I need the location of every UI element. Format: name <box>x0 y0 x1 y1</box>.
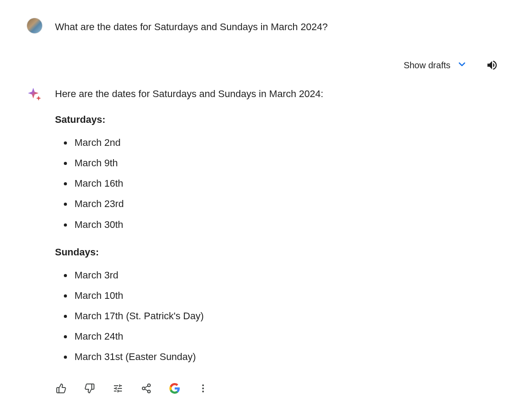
svg-point-5 <box>202 384 204 386</box>
assistant-response: Here are the dates for Saturdays and Sun… <box>55 86 505 395</box>
section-heading-sundays: Sundays: <box>55 245 505 260</box>
list-item: March 24th <box>73 329 505 344</box>
thumbs-down-icon <box>84 383 95 394</box>
list-item: March 23rd <box>73 196 505 211</box>
sundays-list: March 3rd March 10th March 17th (St. Pat… <box>55 268 505 364</box>
list-item: March 17th (St. Patrick's Day) <box>73 309 505 324</box>
speaker-icon <box>486 59 498 71</box>
response-intro: Here are the dates for Saturdays and Sun… <box>55 86 505 102</box>
svg-point-6 <box>202 388 204 389</box>
svg-line-4 <box>145 386 148 388</box>
show-drafts-label: Show drafts <box>403 60 450 70</box>
sparkle-icon <box>27 86 43 102</box>
list-item: March 10th <box>73 288 505 303</box>
tune-button[interactable] <box>112 382 124 395</box>
thumbs-up-icon <box>56 383 66 394</box>
chevron-down-icon <box>457 59 467 72</box>
google-search-button[interactable] <box>168 382 181 395</box>
thumbs-up-button[interactable] <box>55 382 67 395</box>
list-item: March 30th <box>73 217 505 232</box>
drafts-bar: Show drafts <box>27 56 505 74</box>
share-button[interactable] <box>140 382 153 395</box>
list-item: March 2nd <box>73 135 505 150</box>
response-actions <box>55 382 505 395</box>
tune-icon <box>113 383 123 394</box>
more-options-button[interactable] <box>197 382 209 395</box>
list-item: March 3rd <box>73 268 505 283</box>
user-avatar <box>27 18 43 34</box>
list-item: March 9th <box>73 156 505 171</box>
more-vert-icon <box>198 383 208 394</box>
user-message-row: What are the dates for Saturdays and Sun… <box>27 18 505 34</box>
section-heading-saturdays: Saturdays: <box>55 112 505 127</box>
show-drafts-button[interactable]: Show drafts <box>403 59 467 72</box>
share-icon <box>141 383 152 394</box>
list-item: March 31st (Easter Sunday) <box>73 349 505 364</box>
speaker-button[interactable] <box>483 56 501 74</box>
thumbs-down-button[interactable] <box>83 382 96 395</box>
svg-point-7 <box>202 391 204 392</box>
assistant-message-row: Here are the dates for Saturdays and Sun… <box>27 86 505 395</box>
svg-line-3 <box>145 389 148 391</box>
google-g-icon <box>169 383 180 394</box>
list-item: March 16th <box>73 176 505 191</box>
saturdays-list: March 2nd March 9th March 16th March 23r… <box>55 135 505 232</box>
user-question: What are the dates for Saturdays and Sun… <box>55 18 505 34</box>
